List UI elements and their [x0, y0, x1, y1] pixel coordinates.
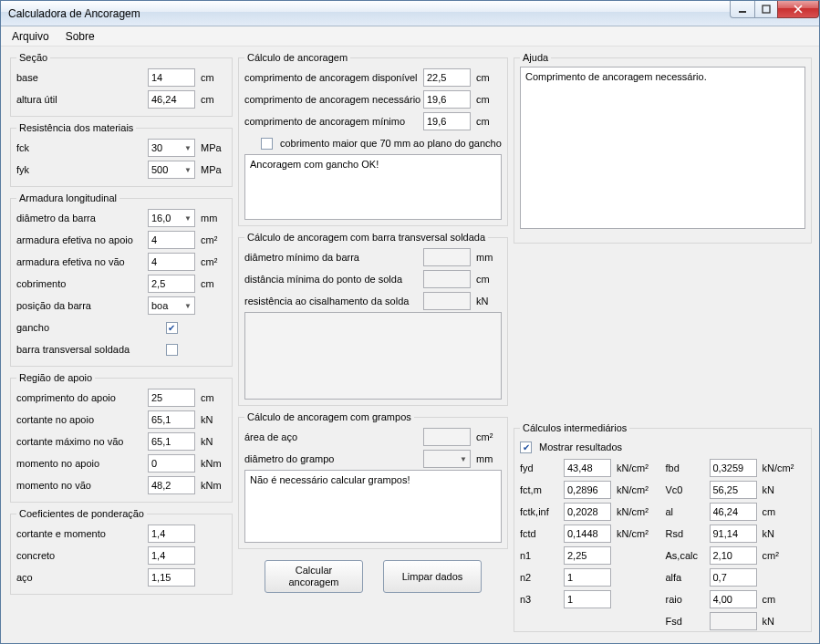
anc-result-textarea[interactable]: Ancoragem com gancho OK! — [244, 154, 502, 220]
fctd-output — [564, 525, 611, 543]
close-button[interactable] — [777, 1, 819, 18]
bar-diam-label: diâmetro da barra — [16, 213, 148, 223]
gramp-diam-select[interactable]: ▼ — [423, 450, 471, 468]
pos-label: posição da barra — [16, 300, 148, 311]
barra-trans-checkbox[interactable] — [166, 344, 178, 356]
fbd-unit: kN/cm² — [757, 462, 788, 473]
menu-file[interactable]: Arquivo — [12, 30, 49, 43]
mom-vao-input[interactable] — [148, 476, 195, 494]
height-label: altura útil — [16, 94, 148, 105]
coef-conc-label: concreto — [16, 550, 148, 561]
raio-unit: cm — [757, 594, 788, 605]
base-input[interactable] — [148, 68, 195, 87]
height-input[interactable] — [148, 90, 195, 109]
group-materials-legend: Resistência dos materiais — [16, 122, 136, 133]
group-support: Região de apoio comprimento do apoiocm c… — [10, 372, 233, 503]
menubar: Arquivo Sobre — [1, 26, 819, 47]
aeff-vao-unit: cm² — [195, 256, 226, 267]
fyd-unit: kN/cm² — [611, 462, 642, 473]
bar-diam-select[interactable]: 16,0▼ — [148, 209, 195, 227]
menu-about[interactable]: Sobre — [66, 30, 95, 43]
vc0-unit: kN — [757, 484, 788, 495]
trans-diam-label: diâmetro mínimo da barra — [244, 252, 423, 263]
comp-apoio-unit: cm — [195, 392, 226, 403]
rsd-unit: kN — [757, 528, 788, 539]
window-title: Calculadora de Ancoragem — [8, 7, 140, 20]
mom-ap-label: momento no apoio — [16, 458, 148, 469]
maximize-button[interactable] — [754, 1, 778, 18]
titlebar: Calculadora de Ancoragem — [1, 1, 819, 26]
cort-max-input[interactable] — [148, 432, 195, 451]
trans-result-textarea[interactable] — [244, 312, 502, 400]
ascalc-unit: cm² — [757, 550, 788, 561]
trans-dist-label: distância mínima do ponto de solda — [244, 274, 423, 285]
comp-apoio-input[interactable] — [148, 389, 195, 407]
cort-ap-label: cortante no apoio — [16, 414, 148, 425]
fctm-output — [564, 481, 611, 499]
group-section-legend: Seção — [16, 52, 50, 63]
app-window: Calculadora de Ancoragem Arquivo Sobre S… — [0, 0, 820, 644]
group-intermediate-legend: Cálculos intermediários — [520, 422, 629, 433]
cort-ap-input[interactable] — [148, 410, 195, 429]
fyk-select[interactable]: 500▼ — [148, 161, 195, 179]
trans-dist-unit: cm — [471, 274, 502, 285]
cobr70-label: cobrimento maior que 70 mm ao plano do g… — [273, 138, 502, 149]
group-support-legend: Região de apoio — [16, 372, 95, 383]
anc-disp-label: comprimento de ancoragem disponível — [244, 72, 423, 83]
window-controls — [731, 1, 819, 18]
mom-ap-unit: kNm — [195, 458, 226, 469]
fck-select[interactable]: 30▼ — [148, 139, 195, 157]
group-materials: Resistência dos materiais fck30▼MPa fyk5… — [10, 122, 233, 187]
calculate-button[interactable]: Calcular ancoragem — [265, 560, 363, 593]
cobr-input[interactable] — [148, 275, 195, 293]
vc0-label: Vc0 — [666, 484, 710, 495]
show-results-label: Mostrar resultados — [532, 441, 622, 452]
coef-cm-input[interactable] — [148, 525, 195, 543]
chevron-down-icon: ▼ — [460, 455, 467, 463]
cort-max-unit: kN — [195, 436, 226, 447]
trans-res-unit: kN — [471, 296, 502, 306]
vc0-output — [710, 481, 757, 499]
svg-rect-1 — [763, 5, 770, 13]
bar-diam-unit: mm — [195, 213, 226, 223]
anc-nec-output — [423, 90, 471, 109]
gramp-result-textarea[interactable]: Não é necessário calcular grampos! — [244, 470, 502, 543]
group-help-legend: Ajuda — [520, 52, 551, 63]
gramp-area-label: área de aço — [244, 431, 423, 442]
ascalc-output — [710, 546, 757, 565]
group-help: Ajuda Comprimento de ancoragem necessári… — [514, 52, 812, 244]
barra-trans-label: barra transversal soldada — [16, 344, 148, 355]
gancho-checkbox[interactable]: ✔ — [166, 322, 178, 334]
coef-conc-input[interactable] — [148, 546, 195, 565]
alfa-output — [710, 568, 757, 587]
anc-min-unit: cm — [471, 116, 502, 127]
anc-min-label: comprimento de ancoragem mínimo — [244, 116, 423, 127]
n2-label: n2 — [520, 572, 564, 583]
group-longitudinal: Armadura longitudinal diâmetro da barra1… — [10, 192, 233, 367]
al-output — [710, 503, 757, 521]
fsd-unit: kN — [757, 616, 788, 627]
minimize-button[interactable] — [730, 1, 755, 18]
chevron-down-icon: ▼ — [184, 302, 192, 310]
trans-diam-unit: mm — [471, 252, 502, 263]
fctd-unit: kN/cm² — [611, 528, 642, 539]
cobr70-checkbox[interactable] — [261, 138, 273, 150]
coef-cm-label: cortante e momento — [16, 528, 148, 539]
aeff-ap-unit: cm² — [195, 234, 226, 245]
pos-select[interactable]: boa▼ — [148, 296, 195, 315]
aeff-ap-label: armadura efetiva no apoio — [16, 234, 148, 245]
group-longitudinal-legend: Armadura longitudinal — [16, 192, 119, 203]
ascalc-label: As,calc — [666, 550, 710, 561]
show-results-checkbox[interactable]: ✔ — [520, 441, 532, 453]
cobr-label: cobrimento — [16, 278, 148, 289]
fsd-label: Fsd — [666, 616, 710, 627]
aeff-vao-input[interactable] — [148, 253, 195, 271]
height-unit: cm — [195, 94, 226, 105]
clear-button[interactable]: Limpar dados — [383, 560, 482, 593]
fyd-output — [564, 459, 611, 477]
mom-ap-input[interactable] — [148, 454, 195, 473]
raio-label: raio — [666, 594, 710, 605]
aeff-ap-input[interactable] — [148, 231, 195, 249]
rsd-label: Rsd — [666, 528, 710, 539]
coef-aco-input[interactable] — [148, 568, 195, 587]
